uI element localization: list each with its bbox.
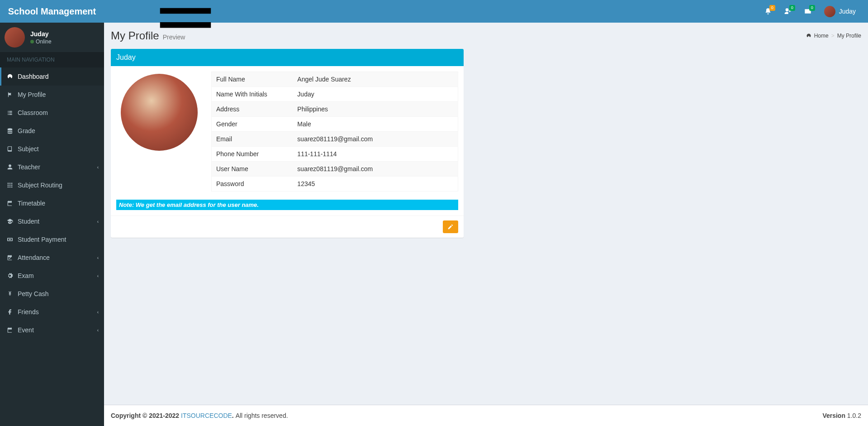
field-label: Phone Number xyxy=(212,147,293,162)
field-value: Male xyxy=(293,117,458,132)
edit-icon xyxy=(447,224,454,230)
breadcrumb-current: My Profile xyxy=(837,33,861,39)
grad-icon xyxy=(7,218,13,225)
user-menu-name: Juday xyxy=(839,8,856,15)
user-icon xyxy=(7,164,13,170)
database-icon xyxy=(7,128,13,134)
sidebar-item-subject-routing[interactable]: Subject Routing xyxy=(0,176,104,194)
chevron-left-icon: ‹ xyxy=(97,273,99,278)
sidebar-item-timetable[interactable]: Timetable xyxy=(0,194,104,212)
sidebar-item-label: Subject Routing xyxy=(18,182,62,189)
sidebar-item-petty-cash[interactable]: Petty Cash xyxy=(0,285,104,303)
breadcrumb-separator: > xyxy=(831,33,835,39)
sidebar-item-label: Teacher xyxy=(18,163,40,171)
sidebar-item-classroom[interactable]: Classroom xyxy=(0,104,104,122)
fb-icon xyxy=(7,309,13,315)
table-row: Emailsuarez081119@gmail.com xyxy=(212,132,458,147)
sidebar-item-label: Student Payment xyxy=(18,236,66,243)
table-row: Password12345 xyxy=(212,177,458,191)
profile-image xyxy=(121,74,198,151)
field-label: User Name xyxy=(212,162,293,177)
brand-logo[interactable]: School Management xyxy=(0,0,104,23)
dashboard-icon xyxy=(806,33,811,38)
profile-row: Full NameAngel Jude SuarezName With Init… xyxy=(116,72,458,191)
sidebar-item-my-profile[interactable]: My Profile xyxy=(0,86,104,104)
sidebar-item-label: Classroom xyxy=(18,109,48,116)
footer-link[interactable]: ITSOURCECODE xyxy=(181,412,232,419)
sidebar-item-event[interactable]: Event‹ xyxy=(0,321,104,339)
sidebar-item-exam[interactable]: Exam‹ xyxy=(0,267,104,285)
field-value: suarez081119@gmail.com xyxy=(293,132,458,147)
yen-icon xyxy=(7,291,13,297)
field-value: suarez081119@gmail.com xyxy=(293,162,458,177)
field-label: Address xyxy=(212,102,293,117)
sidebar-item-student[interactable]: Student‹ xyxy=(0,212,104,230)
sidebar-user-name: Juday xyxy=(30,30,52,38)
table-row: Name With InitialsJuday xyxy=(212,87,458,102)
breadcrumb: Home > My Profile xyxy=(806,33,861,39)
calcheck-icon xyxy=(7,254,13,261)
sidebar-item-label: Friends xyxy=(18,308,39,316)
sidebar-item-teacher[interactable]: Teacher‹ xyxy=(0,158,104,176)
notifications-badge: 0 xyxy=(769,5,775,11)
field-value: Philippines xyxy=(293,102,458,117)
sidebar-item-label: Dashboard xyxy=(18,73,49,80)
avatar xyxy=(5,27,25,48)
sidebar-item-friends[interactable]: Friends‹ xyxy=(0,303,104,321)
money-icon xyxy=(7,236,13,243)
bars-icon xyxy=(118,0,253,45)
book-icon xyxy=(7,146,13,152)
messages-menu[interactable]: 0 xyxy=(799,2,817,20)
table-row: User Namesuarez081119@gmail.com xyxy=(212,162,458,177)
field-value: 111-111-1114 xyxy=(293,147,458,162)
grid-icon xyxy=(7,182,13,188)
list-icon xyxy=(7,110,13,116)
sidebar-user-status: Online xyxy=(30,38,52,45)
sidebar-item-label: My Profile xyxy=(18,91,46,98)
sidebar-item-label: Event xyxy=(18,326,34,334)
calendar-icon xyxy=(7,327,13,333)
sidebar-item-subject[interactable]: Subject xyxy=(0,140,104,158)
sidebar-item-label: Grade xyxy=(18,127,35,134)
table-row: GenderMale xyxy=(212,117,458,132)
sidebar-item-dashboard[interactable]: Dashboard xyxy=(0,67,104,86)
sidebar-user-panel: Juday Online xyxy=(0,23,104,52)
notifications-menu[interactable]: 0 xyxy=(759,2,777,20)
table-row: Phone Number111-111-1114 xyxy=(212,147,458,162)
sidebar-item-label: Petty Cash xyxy=(18,290,48,297)
chevron-left-icon: ‹ xyxy=(97,328,99,333)
friend-requests-menu[interactable]: 0 xyxy=(779,2,797,20)
top-navbar: 0 0 0 Juday xyxy=(104,0,868,23)
sidebar-item-label: Subject xyxy=(18,145,39,153)
breadcrumb-home[interactable]: Home xyxy=(814,33,829,39)
main-header: School Management 0 0 0 Juday xyxy=(0,0,868,23)
chevron-left-icon: ‹ xyxy=(97,219,99,224)
sidebar-user-info: Juday Online xyxy=(30,30,52,45)
sidebar-menu: DashboardMy ProfileClassroomGradeSubject… xyxy=(0,67,104,339)
profile-box: Juday Full NameAngel Jude SuarezName Wit… xyxy=(111,49,464,238)
content: Juday Full NameAngel Jude SuarezName Wit… xyxy=(104,49,868,244)
sidebar-section-header: MAIN NAVIGATION xyxy=(0,52,104,67)
field-value: Angel Jude Suarez xyxy=(293,72,458,87)
flag-icon xyxy=(7,91,13,98)
sidebar-item-grade[interactable]: Grade xyxy=(0,122,104,140)
sidebar-item-label: Attendance xyxy=(18,254,50,261)
field-label: Name With Initials xyxy=(212,87,293,102)
chevron-left-icon: ‹ xyxy=(97,255,99,260)
sidebar-toggle[interactable] xyxy=(111,0,260,53)
field-value: 12345 xyxy=(293,177,458,191)
avatar xyxy=(824,6,835,17)
user-menu[interactable]: Juday xyxy=(819,0,861,23)
chevron-left-icon: ‹ xyxy=(97,165,99,170)
profile-box-body: Full NameAngel Jude SuarezName With Init… xyxy=(111,66,464,215)
sidebar-item-label: Exam xyxy=(18,272,34,279)
sidebar-item-label: Timetable xyxy=(18,200,45,207)
sidebar-item-student-payment[interactable]: Student Payment xyxy=(0,230,104,249)
sidebar-item-attendance[interactable]: Attendance‹ xyxy=(0,249,104,267)
sidebar-item-label: Student xyxy=(18,218,39,225)
field-label: Gender xyxy=(212,117,293,132)
edit-button[interactable] xyxy=(443,220,458,233)
profile-box-footer xyxy=(111,215,464,238)
brand-text: School Management xyxy=(8,6,96,17)
field-value: Juday xyxy=(293,87,458,102)
